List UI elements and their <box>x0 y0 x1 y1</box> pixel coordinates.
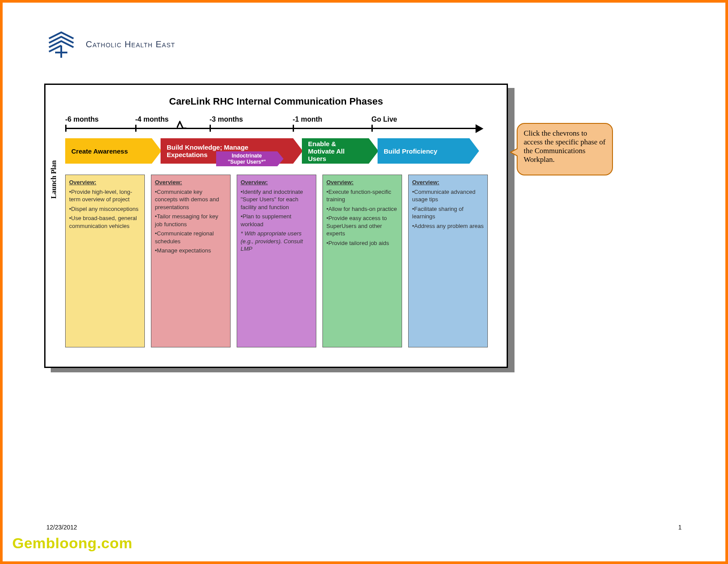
card-bullet: •Use broad-based, general communication … <box>69 214 141 230</box>
mini-chevron-line1: Indoctrinate <box>216 153 277 159</box>
card-overview-heading: Overview: <box>326 179 354 186</box>
chevron-build-proficiency[interactable]: Build Proficiency <box>378 138 469 164</box>
org-name: Catholic Health East <box>86 39 175 49</box>
timeline: -6 months -4 months -3 months -1 month G… <box>65 116 498 137</box>
card-bullet: •Dispel any misconceptions <box>69 205 141 213</box>
timeline-tick <box>210 125 211 132</box>
card-bullet: •Communicate advanced usage tips <box>412 188 484 203</box>
chevron-row: Create Awareness Build Knowledge; Manage… <box>65 138 503 169</box>
chevron-label: Enable & Motivate All Users <box>308 140 356 162</box>
card-bullet: •Manage expectations <box>155 247 227 255</box>
timeline-tick <box>371 125 373 132</box>
card-bullet: •Execute function-specific training <box>326 188 398 203</box>
company-logo-icon <box>46 29 77 60</box>
tick-label: -4 months <box>135 116 168 123</box>
card-overview-heading: Overview: <box>241 179 268 186</box>
card-bullet: •Provide easy access to SuperUsers and o… <box>326 214 398 238</box>
chevron-label: Build Proficiency <box>384 147 438 155</box>
tick-label: Go Live <box>371 116 397 123</box>
overview-card-knowledge: Overview: •Communicate key concepts with… <box>151 175 231 347</box>
overview-card-super-users: Overview: •Identify and indoctrinate "Su… <box>237 175 316 347</box>
footer-page-number: 1 <box>678 524 682 531</box>
card-overview-heading: Overview: <box>69 179 96 186</box>
card-bullet: •Allow for hands-on practice <box>326 205 398 213</box>
timeline-arrow-icon <box>476 124 483 133</box>
card-bullet: •Communicate regional schedules <box>155 230 227 245</box>
slide-frame: CareLink RHC Internal Communication Phas… <box>44 84 508 368</box>
slide-header: Catholic Health East <box>46 29 175 60</box>
card-bullet: •Tailor messaging for key job functions <box>155 213 227 228</box>
tick-label: -6 months <box>65 116 98 123</box>
instruction-callout: Click the chevrons to access the specifi… <box>517 123 613 175</box>
overview-card-proficiency: Overview: •Communicate advanced usage ti… <box>408 175 488 347</box>
slide-title: CareLink RHC Internal Communication Phas… <box>46 96 507 107</box>
tick-label: -3 months <box>210 116 243 123</box>
timeline-tick <box>135 125 136 132</box>
card-bullet: •Identify and indoctrinate "Super Users"… <box>241 188 312 211</box>
overview-cards-row: Overview: •Provide high-level, long-term… <box>65 175 503 350</box>
axis-label-launch-plan: Launch Plan <box>50 160 58 199</box>
card-overview-heading: Overview: <box>412 179 439 186</box>
timeline-line <box>65 128 476 129</box>
overview-card-enable: Overview: •Execute function-specific tra… <box>322 175 402 347</box>
chevron-label: Create Awareness <box>71 147 128 155</box>
overview-card-awareness: Overview: •Provide high-level, long-term… <box>65 175 145 347</box>
chevron-enable-motivate[interactable]: Enable & Motivate All Users <box>302 138 369 164</box>
card-bullet: •Facilitate sharing of learnings <box>412 205 484 221</box>
card-bullet: •Address any problem areas <box>412 222 484 230</box>
mini-chevron-line2: "Super Users*" <box>216 159 277 165</box>
chevron-indoctrinate-super-users[interactable]: Indoctrinate "Super Users*" <box>216 151 277 166</box>
card-bullet: •Provide high-level, long-term overview … <box>69 188 141 203</box>
card-bullet: •Provide tailored job aids <box>326 239 398 247</box>
card-note: * With appropriate users (e.g., provider… <box>241 230 312 253</box>
timeline-spike-icon <box>177 121 186 129</box>
tick-label: -1 month <box>293 116 322 123</box>
timeline-tick <box>65 125 66 132</box>
footer-date: 12/23/2012 <box>46 524 77 531</box>
chevron-create-awareness[interactable]: Create Awareness <box>65 138 152 164</box>
card-bullet: •Communicate key concepts with demos and… <box>155 188 227 211</box>
card-bullet: •Plan to supplement workload <box>241 213 312 228</box>
card-overview-heading: Overview: <box>155 179 182 186</box>
timeline-tick <box>293 125 294 132</box>
watermark-text: Gembloong.com <box>12 535 133 552</box>
